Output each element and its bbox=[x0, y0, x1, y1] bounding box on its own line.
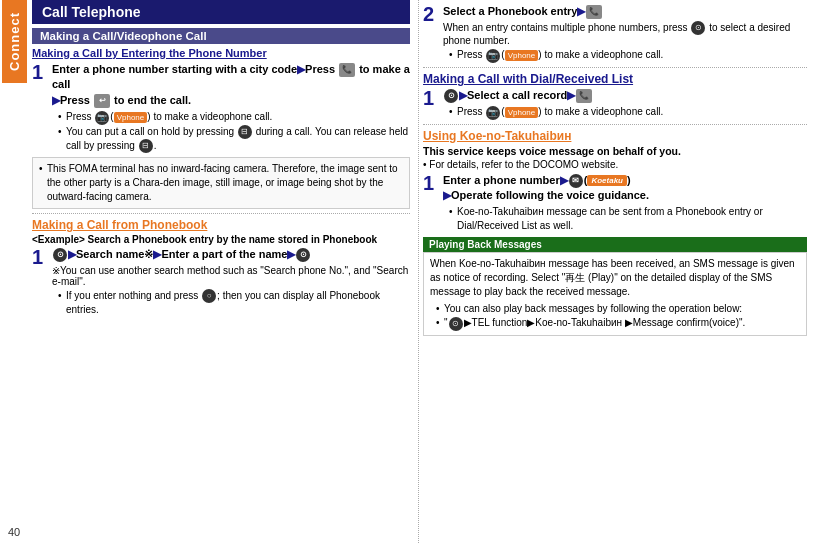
step-d1-title: ⊙▶Select a call record▶📞 bbox=[443, 88, 807, 103]
phonebook-circle-icon: ⊙ bbox=[53, 248, 67, 262]
step-number-d1: 1 bbox=[423, 88, 439, 108]
page-title: Call Telephone bbox=[32, 0, 410, 24]
koetaku-badge: Koetaku bbox=[587, 175, 627, 186]
hold-icon: ⊟ bbox=[238, 125, 252, 139]
separator-1 bbox=[32, 213, 410, 214]
vphone-badge: Vphone bbox=[114, 112, 148, 123]
playing-bullets: You can also play back messages by follo… bbox=[430, 302, 800, 330]
example-label: <Example> Search a Phonebook entry by th… bbox=[32, 234, 410, 245]
arrow-k1: ▶ bbox=[560, 174, 568, 186]
vphone-badge-d: Vphone bbox=[505, 107, 539, 118]
step-pb1-title: ⊙▶Search name※▶Enter a part of the name▶… bbox=[52, 247, 410, 262]
step-number-2: 2 bbox=[423, 4, 439, 24]
note-box-camera: This FOMA terminal has no inward-facing … bbox=[32, 157, 410, 209]
step-2-bullet-video: Press 📷(Vphone) to make a videophone cal… bbox=[449, 48, 807, 62]
step-k1-title: Enter a phone number▶✉(Koetaku) ▶Operate… bbox=[443, 173, 807, 204]
pb-bullets: If you enter nothing and press ○; then y… bbox=[52, 289, 410, 317]
step-2-phonebook: 2 Select a Phonebook entry▶📞 When an ent… bbox=[423, 4, 807, 63]
koe-desc1: This service keeps voice message on beha… bbox=[423, 145, 807, 157]
end-button-icon: ↩ bbox=[94, 94, 110, 108]
note-item-camera: This FOMA terminal has no inward-facing … bbox=[39, 162, 403, 204]
dial-bullets: Press 📷(Vphone) to make a videophone cal… bbox=[443, 105, 807, 119]
video-icon-d: 📷 bbox=[486, 106, 500, 120]
vphone-badge-s2: Vphone bbox=[505, 50, 539, 61]
koe-bullets: Koe-no-Takuhaibин message can be sent fr… bbox=[443, 205, 807, 233]
bullet-hold: You can put a call on hold by pressing ⊟… bbox=[58, 125, 410, 154]
separator-3 bbox=[423, 124, 807, 125]
step-2-desc: When an entry contains multiple phone nu… bbox=[443, 21, 807, 46]
phonebook-heading: Making a Call from Phonebook bbox=[32, 218, 410, 232]
step-d1-content: ⊙▶Select a call record▶📞 Press 📷(Vphone)… bbox=[443, 88, 807, 120]
koe-heading: Using Koe-no-Takuhaibин bbox=[423, 129, 807, 143]
right-column: 2 Select a Phonebook entry▶📞 When an ent… bbox=[418, 0, 815, 543]
arrow-d1: ▶ bbox=[459, 89, 467, 101]
arrow-icon-1: ▶ bbox=[297, 63, 305, 75]
video-icon-s2: 📷 bbox=[486, 49, 500, 63]
step-1-title: Enter a phone number starting with a cit… bbox=[52, 62, 410, 108]
note-list: This FOMA terminal has no inward-facing … bbox=[39, 162, 403, 204]
playing-back-content: When Koe-no-Takuhaibин message has been … bbox=[423, 252, 807, 335]
playing-bullet-2: "⊙▶TEL function▶Koe-no-Takuhaibин ▶Messa… bbox=[436, 316, 800, 330]
arrow-pb2: ▶ bbox=[153, 248, 161, 260]
left-column: Call Telephone Making a Call/Videophone … bbox=[28, 0, 418, 543]
step-number-pb1: 1 bbox=[32, 247, 48, 267]
dial-circle-icon: ⊙ bbox=[444, 89, 458, 103]
step-1-bullets: Press 📷(Vphone) to make a videophone cal… bbox=[52, 110, 410, 153]
dial-bullet-video: Press 📷(Vphone) to make a videophone cal… bbox=[449, 105, 807, 119]
step-1-phonebook: 1 ⊙▶Search name※▶Enter a part of the nam… bbox=[32, 247, 410, 317]
step-2-content: Select a Phonebook entry▶📞 When an entry… bbox=[443, 4, 807, 63]
step-1-dial: 1 ⊙▶Select a call record▶📞 Press 📷(Vphon… bbox=[423, 88, 807, 120]
release-icon: ⊟ bbox=[139, 139, 153, 153]
tel-func-icon: ⊙ bbox=[449, 317, 463, 331]
koe-bullet-1: Koe-no-Takuhaibин message can be sent fr… bbox=[449, 205, 807, 233]
separator-2 bbox=[423, 67, 807, 68]
step-1-enter-number: 1 Enter a phone number starting with a c… bbox=[32, 62, 410, 153]
section-heading-call: Making a Call/Videophone Call bbox=[32, 28, 410, 44]
main-content: Call Telephone Making a Call/Videophone … bbox=[28, 0, 815, 543]
select-circle-icon: ⊙ bbox=[691, 21, 705, 35]
dial-list-heading: Making a Call with Dial/Received List bbox=[423, 72, 807, 86]
playing-bullet-1: You can also play back messages by follo… bbox=[436, 302, 800, 316]
search-circle-icon: ⊙ bbox=[296, 248, 310, 262]
sidebar-tab: Connect 40 bbox=[0, 0, 28, 543]
step-number-k1: 1 bbox=[423, 173, 439, 193]
step-pb1-content: ⊙▶Search name※▶Enter a part of the name▶… bbox=[52, 247, 410, 317]
subsection-heading-phone-number: Making a Call by Entering the Phone Numb… bbox=[32, 47, 410, 59]
dial-call-icon: 📞 bbox=[576, 89, 592, 103]
call-button-icon: 📞 bbox=[339, 63, 355, 77]
call-icon-s2: 📞 bbox=[586, 5, 602, 19]
arrow-pb1: ▶ bbox=[68, 248, 76, 260]
step-k1-content: Enter a phone number▶✉(Koetaku) ▶Operate… bbox=[443, 173, 807, 234]
pb-bullet-1: If you enter nothing and press ○; then y… bbox=[58, 289, 410, 317]
step-1-content: Enter a phone number starting with a cit… bbox=[52, 62, 410, 153]
arrow-d2: ▶ bbox=[567, 89, 575, 101]
note-asterisk: ※You can use another search method such … bbox=[52, 265, 410, 287]
step-1-koe: 1 Enter a phone number▶✉(Koetaku) ▶Opera… bbox=[423, 173, 807, 234]
ok-circle-icon: ○ bbox=[202, 289, 216, 303]
arrow-pb3: ▶ bbox=[287, 248, 295, 260]
page-number: 40 bbox=[8, 526, 20, 543]
bullet-videophone: Press 📷(Vphone) to make a videophone cal… bbox=[58, 110, 410, 124]
playing-text: When Koe-no-Takuhaibин message has been … bbox=[430, 257, 800, 299]
playing-back-label: Playing Back Messages bbox=[423, 237, 807, 252]
mail-icon-k: ✉ bbox=[569, 174, 583, 188]
step-2-bullets: Press 📷(Vphone) to make a videophone cal… bbox=[443, 48, 807, 62]
connect-label: Connect bbox=[2, 0, 27, 83]
step-number-1: 1 bbox=[32, 62, 48, 82]
koe-desc2: • For details, refer to the DOCOMO websi… bbox=[423, 159, 807, 170]
camera-icon: 📷 bbox=[95, 111, 109, 125]
arrow-icon-2: ▶ bbox=[52, 94, 60, 106]
arrow-s2: ▶ bbox=[577, 5, 585, 17]
arrow-k2: ▶ bbox=[443, 189, 451, 201]
step-2-title: Select a Phonebook entry▶📞 bbox=[443, 4, 807, 19]
